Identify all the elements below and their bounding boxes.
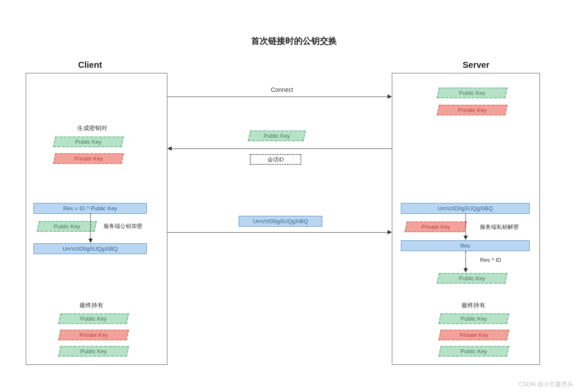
client-enc-public-key-box: Public Key xyxy=(36,221,97,232)
client-final-private-key: Private Key xyxy=(58,330,129,340)
server-private-key-box: Private Key xyxy=(436,105,507,115)
res-xor-id-label: Res ^ ID xyxy=(471,257,510,263)
server-derived-public-key-box: Public Key xyxy=(436,273,507,284)
enc-with-server-pub-label: 服务端公钥加密 xyxy=(97,222,149,230)
server-final-public-key-2: Public Key xyxy=(438,346,509,357)
client-private-key-box: Private Key xyxy=(53,153,124,164)
msg-public-key-box: Public Key xyxy=(248,130,306,141)
client-to-server-arrow-line xyxy=(167,232,388,233)
server-to-client-arrow-line xyxy=(172,149,392,149)
server-dec-private-key-box: Private Key xyxy=(404,221,467,232)
watermark: CSDN @小艺要秃头 xyxy=(518,381,573,388)
client-final-public-key-2: Public Key xyxy=(58,346,129,357)
server-label: Server xyxy=(463,60,489,70)
server-public-key-box: Public Key xyxy=(436,88,507,98)
client-label: Client xyxy=(78,60,102,70)
client-public-key-box: Public Key xyxy=(53,136,124,147)
dec-with-server-priv-label: 服务端私钥解密 xyxy=(471,223,527,231)
connect-arrow-line xyxy=(167,97,388,97)
server-down-dotted-1 xyxy=(465,214,466,235)
gen-keypair-label: 生成密钥对 xyxy=(69,124,116,132)
client-down-dotted xyxy=(90,214,91,239)
server-final-holds-label: 最终持有 xyxy=(454,302,493,309)
server-cipher-box: UmVzID0gSUQgXiBQ xyxy=(401,203,530,214)
client-to-server-arrow-head xyxy=(388,230,392,234)
server-down-dotted-2 xyxy=(465,251,466,268)
connect-arrow-head xyxy=(388,94,392,99)
client-res-formula-box: Res = ID ^ Public Key xyxy=(33,203,147,214)
server-down-arrowhead-1 xyxy=(464,236,468,240)
client-cipher-box: UmVzID0gSUQgXiBQ xyxy=(33,243,147,254)
msg-cipher-box: UmVzID0gSUQgXiBQ xyxy=(239,216,322,227)
connect-label: Connect xyxy=(263,86,301,93)
server-to-client-arrow-head xyxy=(167,146,172,151)
server-down-arrowhead-2 xyxy=(464,268,468,273)
server-final-private-key: Private Key xyxy=(438,330,509,340)
server-res-box: Res xyxy=(401,240,530,251)
client-final-holds-label: 最终持有 xyxy=(72,302,111,309)
client-down-arrowhead xyxy=(88,239,93,243)
server-final-public-key-1: Public Key xyxy=(438,313,509,324)
client-final-public-key-1: Public Key xyxy=(58,313,129,324)
session-id-box: 会话ID xyxy=(250,154,301,165)
diagram-title: 首次链接时的公钥交换 xyxy=(0,35,588,47)
